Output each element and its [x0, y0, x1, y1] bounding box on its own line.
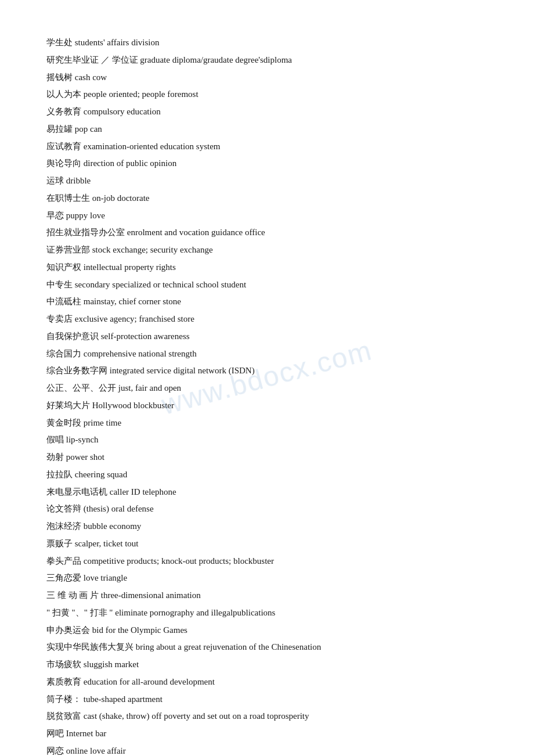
- english-term: bubble economy: [84, 521, 142, 531]
- english-term: on-job doctorate: [92, 193, 150, 203]
- chinese-term: 学生处: [46, 38, 73, 47]
- chinese-term: 好莱坞大片: [46, 401, 90, 410]
- english-term: Internet bar: [66, 729, 107, 738]
- list-item: 网恋 online love affair: [46, 743, 488, 756]
- chinese-term: 论文答辩: [46, 504, 81, 513]
- list-item: 综合业务数字网 integrated service digital netwo…: [46, 363, 488, 379]
- chinese-term: 证券营业部: [46, 245, 90, 254]
- chinese-term: 票贩子: [46, 539, 73, 548]
- english-term: pop can: [75, 124, 102, 134]
- english-term: students' affairs division: [75, 38, 160, 47]
- english-term: secondary specialized or technical schoo…: [75, 280, 246, 289]
- list-item: 网吧 Internet bar: [46, 726, 488, 742]
- list-item: 票贩子 scalper, ticket tout: [46, 536, 488, 552]
- chinese-term: 三 维 动 画 片: [46, 591, 99, 600]
- english-term: online love affair: [66, 746, 126, 755]
- list-item: 舆论导向 direction of public opinion: [46, 156, 488, 172]
- list-item: 黄金时段 prime time: [46, 415, 488, 431]
- english-term: stock exchange; security exchange: [92, 245, 213, 254]
- chinese-term: 招生就业指导办公室: [46, 228, 125, 237]
- list-item: 泡沫经济 bubble economy: [46, 519, 488, 535]
- chinese-term: 知识产权: [46, 262, 81, 272]
- english-term: sluggish market: [84, 660, 139, 669]
- chinese-term: 中专生: [46, 280, 73, 289]
- list-item: 拉拉队 cheering squad: [46, 467, 488, 483]
- list-item: 市场疲软 sluggish market: [46, 657, 488, 673]
- list-item: 拳头产品 competitive products; knock-out pro…: [46, 553, 488, 570]
- chinese-term: 舆论导向: [46, 159, 81, 168]
- chinese-term: 网恋: [46, 746, 64, 755]
- english-term: just, fair and open: [118, 383, 181, 393]
- chinese-term: 网吧: [46, 729, 64, 738]
- english-term: dribble: [66, 176, 91, 185]
- chinese-term: 申办奥运会: [46, 625, 90, 635]
- english-term: examination-oriented education system: [84, 142, 221, 151]
- list-item: 素质教育 education for all-around developmen…: [46, 674, 488, 690]
- chinese-term: 拉拉队: [46, 470, 73, 479]
- list-item: 来电显示电话机 caller ID telephone: [46, 484, 488, 501]
- chinese-term: 脱贫致富: [46, 711, 81, 721]
- list-item: 知识产权 intellectual property rights: [46, 260, 488, 276]
- english-term: Hollywood blockbuster: [92, 401, 174, 410]
- list-item: 招生就业指导办公室 enrolment and vocation guidanc…: [46, 225, 488, 241]
- english-term: mainstay, chief corner stone: [84, 297, 181, 306]
- chinese-term: 中流砥柱: [46, 297, 81, 306]
- chinese-term: 运球: [46, 176, 64, 185]
- list-item: 综合国力 comprehensive national strength: [46, 346, 488, 362]
- chinese-term: 市场疲软: [46, 660, 81, 669]
- chinese-term: 拳头产品: [46, 556, 81, 566]
- list-item: 三角恋爱 love triangle: [46, 570, 488, 586]
- chinese-term: 素质教育: [46, 677, 81, 686]
- list-item: " 扫黄 "、" 打非 " eliminate pornography and …: [46, 605, 488, 621]
- english-term: competitive products; knock-out products…: [84, 556, 274, 566]
- chinese-term: 黄金时段: [46, 418, 81, 427]
- english-term: caller ID telephone: [110, 487, 176, 496]
- chinese-term: 劲射: [46, 452, 64, 462]
- english-term: integrated service digital network (ISDN…: [110, 366, 255, 375]
- english-term: graduate diploma/graudate degree'sdiplom…: [140, 55, 292, 64]
- english-term: cash cow: [75, 73, 107, 82]
- english-term: bring about a great rejuvenation of the …: [136, 642, 321, 651]
- list-item: 学生处 students' affairs division: [46, 35, 488, 51]
- list-item: 研究生毕业证 ／ 学位证 graduate diploma/graudate d…: [46, 52, 488, 69]
- english-term: bid for the Olympic Games: [92, 625, 187, 635]
- english-term: intellectual property rights: [84, 262, 176, 272]
- english-term: comprehensive national strength: [84, 349, 197, 358]
- list-item: 劲射 power shot: [46, 449, 488, 466]
- list-item: 运球 dribble: [46, 173, 488, 189]
- english-term: cheering squad: [75, 470, 127, 479]
- list-item: 易拉罐 pop can: [46, 121, 488, 138]
- chinese-term: 泡沫经济: [46, 521, 81, 531]
- chinese-term: 三角恋爱: [46, 573, 81, 582]
- list-item: 义务教育 compulsory education: [46, 104, 488, 120]
- english-term: people oriented; people foremost: [84, 89, 199, 99]
- chinese-term: 在职博士生: [46, 193, 90, 203]
- list-item: 申办奥运会 bid for the Olympic Games: [46, 622, 488, 639]
- english-term: self-protection awareness: [101, 332, 190, 341]
- chinese-term: " 扫黄 "、" 打非 ": [46, 608, 113, 617]
- list-item: 三 维 动 画 片 three-dimensional animation: [46, 588, 488, 604]
- list-item: 中流砥柱 mainstay, chief corner stone: [46, 294, 488, 310]
- list-item: 摇钱树 cash cow: [46, 70, 488, 86]
- english-term: lip-synch: [66, 435, 99, 444]
- chinese-term: 实现中华民族伟大复兴: [46, 642, 134, 651]
- list-item: 自我保护意识 self-protection awareness: [46, 329, 488, 345]
- content-area: 学生处 students' affairs division研究生毕业证 ／ 学…: [46, 35, 488, 756]
- chinese-term: 专卖店: [46, 314, 73, 323]
- english-term: exclusive agency; franchised store: [75, 314, 194, 323]
- chinese-term: 以人为本: [46, 89, 81, 99]
- list-item: 实现中华民族伟大复兴 bring about a great rejuvenat…: [46, 639, 488, 656]
- list-item: 筒子楼： tube-shaped apartment: [46, 692, 488, 708]
- list-item: 中专生 secondary specialized or technical s…: [46, 277, 488, 293]
- english-term: love triangle: [84, 573, 127, 582]
- chinese-term: 假唱: [46, 435, 64, 444]
- chinese-term: 筒子楼：: [46, 694, 81, 704]
- english-term: puppy love: [66, 211, 105, 220]
- list-item: 应试教育 examination-oriented education syst…: [46, 139, 488, 155]
- list-item: 证券营业部 stock exchange; security exchange: [46, 242, 488, 258]
- english-term: compulsory education: [84, 107, 161, 116]
- english-term: scalper, ticket tout: [75, 539, 139, 548]
- chinese-term: 综合国力: [46, 349, 81, 358]
- list-item: 以人为本 people oriented; people foremost: [46, 87, 488, 103]
- list-item: 论文答辩 (thesis) oral defense: [46, 501, 488, 517]
